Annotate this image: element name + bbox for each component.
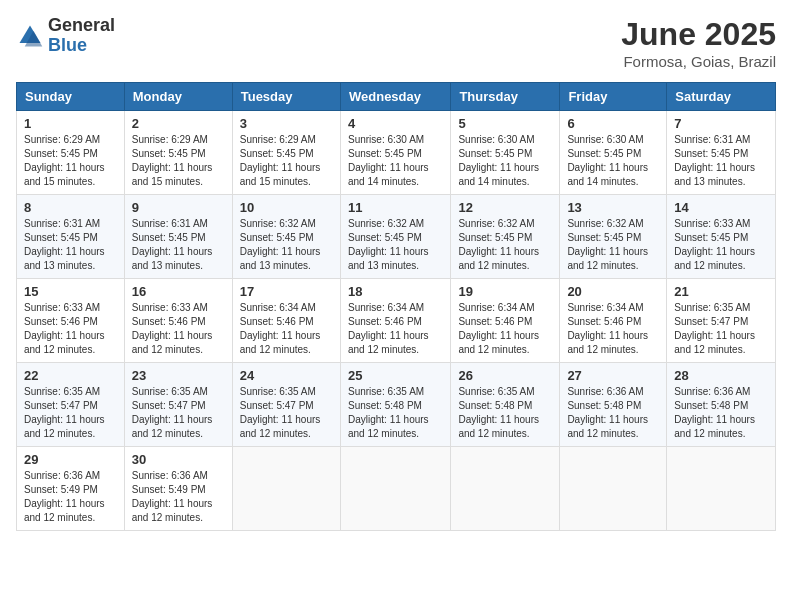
day-info: Sunrise: 6:36 AM Sunset: 5:48 PM Dayligh…: [567, 385, 659, 441]
day-info: Sunrise: 6:36 AM Sunset: 5:49 PM Dayligh…: [24, 469, 117, 525]
logo-text: General Blue: [48, 16, 115, 56]
day-info: Sunrise: 6:32 AM Sunset: 5:45 PM Dayligh…: [458, 217, 552, 273]
day-info: Sunrise: 6:35 AM Sunset: 5:48 PM Dayligh…: [348, 385, 443, 441]
header-friday: Friday: [560, 83, 667, 111]
location: Formosa, Goias, Brazil: [621, 53, 776, 70]
week-row-2: 8 Sunrise: 6:31 AM Sunset: 5:45 PM Dayli…: [17, 195, 776, 279]
day-info: Sunrise: 6:31 AM Sunset: 5:45 PM Dayligh…: [674, 133, 768, 189]
day-number: 8: [24, 200, 117, 215]
logo-general: General: [48, 16, 115, 36]
header-tuesday: Tuesday: [232, 83, 340, 111]
day-cell-23: 23 Sunrise: 6:35 AM Sunset: 5:47 PM Dayl…: [124, 363, 232, 447]
day-cell-7: 7 Sunrise: 6:31 AM Sunset: 5:45 PM Dayli…: [667, 111, 776, 195]
day-cell-22: 22 Sunrise: 6:35 AM Sunset: 5:47 PM Dayl…: [17, 363, 125, 447]
day-info: Sunrise: 6:36 AM Sunset: 5:48 PM Dayligh…: [674, 385, 768, 441]
day-info: Sunrise: 6:29 AM Sunset: 5:45 PM Dayligh…: [132, 133, 225, 189]
week-row-1: 1 Sunrise: 6:29 AM Sunset: 5:45 PM Dayli…: [17, 111, 776, 195]
logo: General Blue: [16, 16, 115, 56]
day-info: Sunrise: 6:35 AM Sunset: 5:47 PM Dayligh…: [24, 385, 117, 441]
day-number: 3: [240, 116, 333, 131]
day-info: Sunrise: 6:30 AM Sunset: 5:45 PM Dayligh…: [567, 133, 659, 189]
day-info: Sunrise: 6:32 AM Sunset: 5:45 PM Dayligh…: [240, 217, 333, 273]
day-number: 1: [24, 116, 117, 131]
day-number: 19: [458, 284, 552, 299]
day-info: Sunrise: 6:35 AM Sunset: 5:47 PM Dayligh…: [132, 385, 225, 441]
header-saturday: Saturday: [667, 83, 776, 111]
day-cell-18: 18 Sunrise: 6:34 AM Sunset: 5:46 PM Dayl…: [340, 279, 450, 363]
empty-cell: [232, 447, 340, 531]
day-info: Sunrise: 6:35 AM Sunset: 5:47 PM Dayligh…: [240, 385, 333, 441]
day-number: 26: [458, 368, 552, 383]
day-number: 13: [567, 200, 659, 215]
day-number: 12: [458, 200, 552, 215]
empty-cell: [340, 447, 450, 531]
header-thursday: Thursday: [451, 83, 560, 111]
day-info: Sunrise: 6:33 AM Sunset: 5:46 PM Dayligh…: [132, 301, 225, 357]
day-cell-14: 14 Sunrise: 6:33 AM Sunset: 5:45 PM Dayl…: [667, 195, 776, 279]
calendar-table: SundayMondayTuesdayWednesdayThursdayFrid…: [16, 82, 776, 531]
day-info: Sunrise: 6:34 AM Sunset: 5:46 PM Dayligh…: [240, 301, 333, 357]
day-number: 23: [132, 368, 225, 383]
day-number: 30: [132, 452, 225, 467]
day-info: Sunrise: 6:34 AM Sunset: 5:46 PM Dayligh…: [567, 301, 659, 357]
day-cell-1: 1 Sunrise: 6:29 AM Sunset: 5:45 PM Dayli…: [17, 111, 125, 195]
page-header: General Blue June 2025 Formosa, Goias, B…: [16, 16, 776, 70]
day-cell-24: 24 Sunrise: 6:35 AM Sunset: 5:47 PM Dayl…: [232, 363, 340, 447]
day-info: Sunrise: 6:36 AM Sunset: 5:49 PM Dayligh…: [132, 469, 225, 525]
day-cell-27: 27 Sunrise: 6:36 AM Sunset: 5:48 PM Dayl…: [560, 363, 667, 447]
week-row-5: 29 Sunrise: 6:36 AM Sunset: 5:49 PM Dayl…: [17, 447, 776, 531]
calendar-header-row: SundayMondayTuesdayWednesdayThursdayFrid…: [17, 83, 776, 111]
day-number: 14: [674, 200, 768, 215]
day-info: Sunrise: 6:33 AM Sunset: 5:45 PM Dayligh…: [674, 217, 768, 273]
day-number: 9: [132, 200, 225, 215]
day-number: 16: [132, 284, 225, 299]
day-cell-11: 11 Sunrise: 6:32 AM Sunset: 5:45 PM Dayl…: [340, 195, 450, 279]
day-number: 15: [24, 284, 117, 299]
day-info: Sunrise: 6:29 AM Sunset: 5:45 PM Dayligh…: [240, 133, 333, 189]
day-cell-30: 30 Sunrise: 6:36 AM Sunset: 5:49 PM Dayl…: [124, 447, 232, 531]
day-number: 11: [348, 200, 443, 215]
header-sunday: Sunday: [17, 83, 125, 111]
day-number: 18: [348, 284, 443, 299]
day-info: Sunrise: 6:33 AM Sunset: 5:46 PM Dayligh…: [24, 301, 117, 357]
day-cell-10: 10 Sunrise: 6:32 AM Sunset: 5:45 PM Dayl…: [232, 195, 340, 279]
day-cell-4: 4 Sunrise: 6:30 AM Sunset: 5:45 PM Dayli…: [340, 111, 450, 195]
day-cell-5: 5 Sunrise: 6:30 AM Sunset: 5:45 PM Dayli…: [451, 111, 560, 195]
day-cell-29: 29 Sunrise: 6:36 AM Sunset: 5:49 PM Dayl…: [17, 447, 125, 531]
week-row-4: 22 Sunrise: 6:35 AM Sunset: 5:47 PM Dayl…: [17, 363, 776, 447]
day-cell-20: 20 Sunrise: 6:34 AM Sunset: 5:46 PM Dayl…: [560, 279, 667, 363]
day-cell-2: 2 Sunrise: 6:29 AM Sunset: 5:45 PM Dayli…: [124, 111, 232, 195]
day-cell-9: 9 Sunrise: 6:31 AM Sunset: 5:45 PM Dayli…: [124, 195, 232, 279]
title-block: June 2025 Formosa, Goias, Brazil: [621, 16, 776, 70]
day-cell-25: 25 Sunrise: 6:35 AM Sunset: 5:48 PM Dayl…: [340, 363, 450, 447]
logo-icon: [16, 22, 44, 50]
day-cell-15: 15 Sunrise: 6:33 AM Sunset: 5:46 PM Dayl…: [17, 279, 125, 363]
day-info: Sunrise: 6:31 AM Sunset: 5:45 PM Dayligh…: [132, 217, 225, 273]
day-info: Sunrise: 6:29 AM Sunset: 5:45 PM Dayligh…: [24, 133, 117, 189]
day-cell-19: 19 Sunrise: 6:34 AM Sunset: 5:46 PM Dayl…: [451, 279, 560, 363]
day-info: Sunrise: 6:32 AM Sunset: 5:45 PM Dayligh…: [567, 217, 659, 273]
day-number: 29: [24, 452, 117, 467]
day-number: 24: [240, 368, 333, 383]
day-info: Sunrise: 6:34 AM Sunset: 5:46 PM Dayligh…: [458, 301, 552, 357]
day-cell-6: 6 Sunrise: 6:30 AM Sunset: 5:45 PM Dayli…: [560, 111, 667, 195]
day-number: 22: [24, 368, 117, 383]
day-cell-12: 12 Sunrise: 6:32 AM Sunset: 5:45 PM Dayl…: [451, 195, 560, 279]
empty-cell: [667, 447, 776, 531]
day-info: Sunrise: 6:35 AM Sunset: 5:48 PM Dayligh…: [458, 385, 552, 441]
header-wednesday: Wednesday: [340, 83, 450, 111]
day-info: Sunrise: 6:34 AM Sunset: 5:46 PM Dayligh…: [348, 301, 443, 357]
week-row-3: 15 Sunrise: 6:33 AM Sunset: 5:46 PM Dayl…: [17, 279, 776, 363]
day-cell-17: 17 Sunrise: 6:34 AM Sunset: 5:46 PM Dayl…: [232, 279, 340, 363]
day-number: 10: [240, 200, 333, 215]
day-number: 20: [567, 284, 659, 299]
day-number: 25: [348, 368, 443, 383]
day-info: Sunrise: 6:35 AM Sunset: 5:47 PM Dayligh…: [674, 301, 768, 357]
month-title: June 2025: [621, 16, 776, 53]
day-info: Sunrise: 6:32 AM Sunset: 5:45 PM Dayligh…: [348, 217, 443, 273]
day-info: Sunrise: 6:30 AM Sunset: 5:45 PM Dayligh…: [458, 133, 552, 189]
day-cell-16: 16 Sunrise: 6:33 AM Sunset: 5:46 PM Dayl…: [124, 279, 232, 363]
day-info: Sunrise: 6:30 AM Sunset: 5:45 PM Dayligh…: [348, 133, 443, 189]
day-cell-26: 26 Sunrise: 6:35 AM Sunset: 5:48 PM Dayl…: [451, 363, 560, 447]
day-cell-21: 21 Sunrise: 6:35 AM Sunset: 5:47 PM Dayl…: [667, 279, 776, 363]
